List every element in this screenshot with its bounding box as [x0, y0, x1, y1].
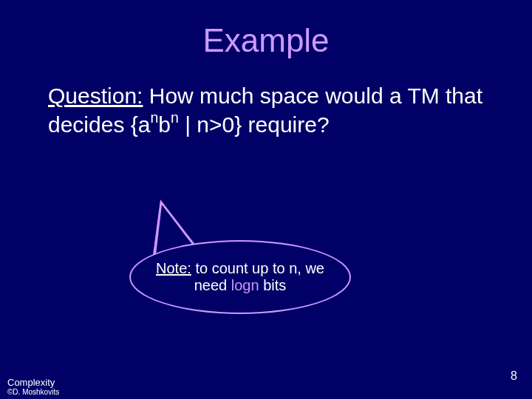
question-part2: b: [158, 112, 171, 137]
footer-copyright: ©D. Moshkovits: [7, 388, 59, 396]
callout-part2: bits: [259, 277, 287, 293]
question-text: Question: How much space would a TM that…: [0, 74, 532, 139]
callout: Note: to count up to n, we need logn bit…: [129, 203, 351, 314]
question-part3: | n>0} require?: [179, 112, 330, 137]
footer-line1: Complexity: [7, 378, 59, 388]
callout-text: Note: to count up to n, we need logn bit…: [131, 260, 349, 294]
footer-left: Complexity ©D. Moshkovits: [7, 378, 59, 396]
superscript-n2: n: [171, 109, 179, 126]
page-number: 8: [511, 369, 517, 383]
logn-text: logn: [231, 277, 259, 293]
slide-title: Example: [0, 0, 532, 74]
note-label: Note:: [156, 260, 191, 276]
question-label: Question:: [48, 83, 143, 108]
superscript-n1: n: [150, 109, 158, 126]
callout-bubble: Note: to count up to n, we need logn bit…: [129, 240, 351, 314]
slide: Example Question: How much space would a…: [0, 0, 532, 399]
